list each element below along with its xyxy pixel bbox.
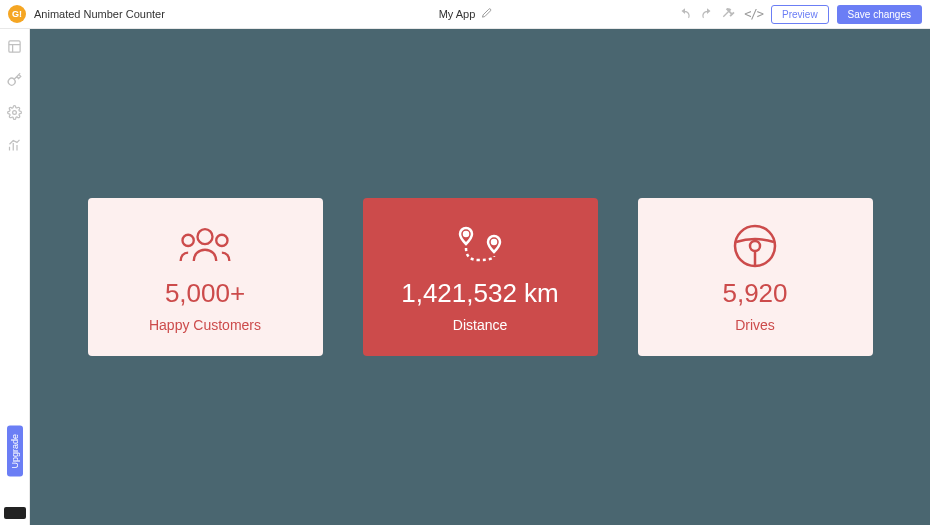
svg-point-11 (492, 240, 496, 244)
project-title[interactable]: My App (439, 8, 476, 20)
editor-canvas[interactable]: 5,000+ Happy Customers 1,421,532 km Dist… (30, 29, 930, 525)
key-icon[interactable] (7, 72, 22, 87)
people-icon (175, 222, 235, 270)
analytics-icon[interactable] (7, 138, 22, 153)
hammer-icon[interactable] (722, 7, 736, 21)
svg-rect-0 (9, 41, 20, 52)
counter-value: 5,920 (722, 278, 787, 309)
svg-point-8 (183, 234, 194, 245)
app-logo-icon: G! (8, 5, 26, 23)
redo-icon[interactable] (700, 7, 714, 21)
gear-icon[interactable] (7, 105, 22, 120)
counter-value: 5,000+ (165, 278, 245, 309)
code-icon[interactable]: </> (744, 7, 763, 21)
steering-wheel-icon (731, 222, 779, 270)
save-changes-button[interactable]: Save changes (837, 5, 922, 24)
top-bar: G! Animated Number Counter My App </> Pr… (0, 0, 930, 29)
topbar-center: My App (439, 8, 492, 20)
upgrade-button[interactable]: Upgrade (7, 426, 23, 477)
app-title: Animated Number Counter (34, 8, 165, 20)
counter-value: 1,421,532 km (401, 278, 559, 309)
counter-card-drives[interactable]: 5,920 Drives (638, 198, 873, 356)
svg-point-7 (198, 229, 213, 244)
counter-card-distance[interactable]: 1,421,532 km Distance (363, 198, 598, 356)
counter-card-customers[interactable]: 5,000+ Happy Customers (88, 198, 323, 356)
counter-label: Drives (735, 317, 775, 333)
svg-point-13 (750, 241, 760, 251)
counter-label: Happy Customers (149, 317, 261, 333)
counter-label: Distance (453, 317, 507, 333)
pencil-icon[interactable] (481, 8, 491, 20)
preview-button[interactable]: Preview (771, 5, 829, 24)
main-wrap: Upgrade 5,000+ Happy Customers (0, 29, 930, 525)
bottom-thumbnail-icon[interactable] (4, 507, 26, 519)
svg-point-3 (13, 111, 17, 115)
svg-point-9 (216, 234, 227, 245)
topbar-right: </> Preview Save changes (678, 5, 922, 24)
left-sidebar: Upgrade (0, 29, 30, 525)
layout-icon[interactable] (7, 39, 22, 54)
topbar-left: G! Animated Number Counter (8, 5, 165, 23)
route-icon (452, 222, 508, 270)
svg-point-10 (464, 232, 468, 236)
undo-icon[interactable] (678, 7, 692, 21)
